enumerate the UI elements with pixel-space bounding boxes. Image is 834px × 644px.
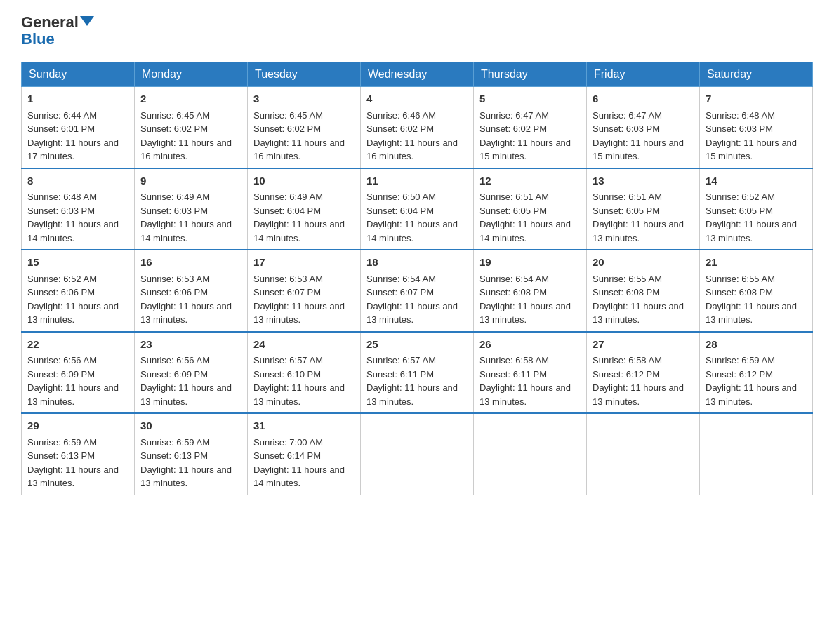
sunset-text: Sunset: 6:08 PM xyxy=(706,287,773,297)
day-number: 14 xyxy=(706,173,807,189)
day-number: 19 xyxy=(479,255,581,271)
calendar-week-row: 29 Sunrise: 6:59 AM Sunset: 6:13 PM Dayl… xyxy=(22,413,813,495)
calendar-cell: 21 Sunrise: 6:55 AM Sunset: 6:08 PM Dayl… xyxy=(700,250,813,332)
sunset-text: Sunset: 6:05 PM xyxy=(593,206,660,216)
day-number: 23 xyxy=(140,337,241,353)
calendar-cell: 16 Sunrise: 6:53 AM Sunset: 6:06 PM Dayl… xyxy=(135,250,248,332)
sunrise-text: Sunrise: 6:53 AM xyxy=(253,274,323,284)
day-number: 8 xyxy=(27,173,128,189)
sunrise-text: Sunrise: 6:56 AM xyxy=(27,355,97,365)
calendar-cell xyxy=(587,413,700,495)
calendar-week-row: 22 Sunrise: 6:56 AM Sunset: 6:09 PM Dayl… xyxy=(22,332,813,414)
column-header-sunday: Sunday xyxy=(22,62,135,87)
daylight-text: Daylight: 11 hours and 13 minutes. xyxy=(27,464,119,489)
sunset-text: Sunset: 6:12 PM xyxy=(593,369,660,380)
day-number: 4 xyxy=(366,91,468,107)
calendar-cell: 5 Sunrise: 6:47 AM Sunset: 6:02 PM Dayli… xyxy=(474,87,587,168)
calendar-cell: 30 Sunrise: 6:59 AM Sunset: 6:13 PM Dayl… xyxy=(135,413,248,495)
daylight-text: Daylight: 11 hours and 13 minutes. xyxy=(140,464,232,489)
sunrise-text: Sunrise: 6:51 AM xyxy=(593,192,662,202)
sunrise-text: Sunrise: 6:48 AM xyxy=(706,110,775,121)
sunset-text: Sunset: 6:03 PM xyxy=(593,123,660,134)
daylight-text: Daylight: 11 hours and 15 minutes. xyxy=(593,137,684,162)
daylight-text: Daylight: 11 hours and 13 minutes. xyxy=(593,219,684,243)
daylight-text: Daylight: 11 hours and 16 minutes. xyxy=(253,137,345,162)
calendar-cell: 13 Sunrise: 6:51 AM Sunset: 6:05 PM Dayl… xyxy=(587,168,700,250)
day-number: 5 xyxy=(479,91,581,107)
day-number: 25 xyxy=(366,337,468,353)
logo: General Blue xyxy=(21,14,94,48)
sunset-text: Sunset: 6:07 PM xyxy=(253,287,321,297)
sunrise-text: Sunrise: 6:59 AM xyxy=(140,437,210,448)
daylight-text: Daylight: 11 hours and 13 minutes. xyxy=(27,301,119,326)
calendar-cell: 7 Sunrise: 6:48 AM Sunset: 6:03 PM Dayli… xyxy=(700,87,813,168)
sunrise-text: Sunrise: 6:55 AM xyxy=(706,274,775,284)
sunset-text: Sunset: 6:05 PM xyxy=(706,206,773,216)
logo-blue: Blue xyxy=(21,30,55,48)
calendar-cell: 29 Sunrise: 6:59 AM Sunset: 6:13 PM Dayl… xyxy=(22,413,135,495)
calendar-cell: 15 Sunrise: 6:52 AM Sunset: 6:06 PM Dayl… xyxy=(22,250,135,332)
sunrise-text: Sunrise: 6:45 AM xyxy=(253,110,323,121)
sunset-text: Sunset: 6:04 PM xyxy=(253,206,321,216)
sunset-text: Sunset: 6:03 PM xyxy=(706,123,773,134)
calendar-cell: 31 Sunrise: 7:00 AM Sunset: 6:14 PM Dayl… xyxy=(248,413,361,495)
calendar-week-row: 15 Sunrise: 6:52 AM Sunset: 6:06 PM Dayl… xyxy=(22,250,813,332)
column-header-friday: Friday xyxy=(587,62,700,87)
sunrise-text: Sunrise: 6:47 AM xyxy=(593,110,662,121)
daylight-text: Daylight: 11 hours and 13 minutes. xyxy=(479,382,571,407)
daylight-text: Daylight: 11 hours and 14 minutes. xyxy=(253,219,345,243)
daylight-text: Daylight: 11 hours and 15 minutes. xyxy=(479,137,571,162)
day-number: 7 xyxy=(706,91,807,107)
calendar-cell: 26 Sunrise: 6:58 AM Sunset: 6:11 PM Dayl… xyxy=(474,332,587,414)
sunrise-text: Sunrise: 6:54 AM xyxy=(479,274,549,284)
calendar-cell: 3 Sunrise: 6:45 AM Sunset: 6:02 PM Dayli… xyxy=(248,87,361,168)
daylight-text: Daylight: 11 hours and 14 minutes. xyxy=(479,219,571,243)
calendar-week-row: 8 Sunrise: 6:48 AM Sunset: 6:03 PM Dayli… xyxy=(22,168,813,250)
calendar-cell: 1 Sunrise: 6:44 AM Sunset: 6:01 PM Dayli… xyxy=(22,87,135,168)
sunrise-text: Sunrise: 6:59 AM xyxy=(706,355,775,365)
daylight-text: Daylight: 11 hours and 13 minutes. xyxy=(366,301,458,326)
calendar-cell: 23 Sunrise: 6:56 AM Sunset: 6:09 PM Dayl… xyxy=(135,332,248,414)
daylight-text: Daylight: 11 hours and 14 minutes. xyxy=(253,464,345,489)
sunset-text: Sunset: 6:12 PM xyxy=(706,369,773,380)
sunset-text: Sunset: 6:09 PM xyxy=(140,369,208,380)
sunset-text: Sunset: 6:02 PM xyxy=(366,123,434,134)
column-header-thursday: Thursday xyxy=(474,62,587,87)
daylight-text: Daylight: 11 hours and 13 minutes. xyxy=(253,301,345,326)
daylight-text: Daylight: 11 hours and 17 minutes. xyxy=(27,137,119,162)
calendar-cell: 18 Sunrise: 6:54 AM Sunset: 6:07 PM Dayl… xyxy=(361,250,474,332)
day-number: 16 xyxy=(140,255,241,271)
calendar-cell: 20 Sunrise: 6:55 AM Sunset: 6:08 PM Dayl… xyxy=(587,250,700,332)
sunrise-text: Sunrise: 6:52 AM xyxy=(706,192,775,202)
sunrise-text: Sunrise: 6:57 AM xyxy=(366,355,436,365)
sunset-text: Sunset: 6:13 PM xyxy=(140,450,208,461)
column-header-monday: Monday xyxy=(135,62,248,87)
sunset-text: Sunset: 6:10 PM xyxy=(253,369,321,380)
sunrise-text: Sunrise: 6:44 AM xyxy=(27,110,97,121)
calendar-cell: 6 Sunrise: 6:47 AM Sunset: 6:03 PM Dayli… xyxy=(587,87,700,168)
sunrise-text: Sunrise: 6:58 AM xyxy=(593,355,662,365)
calendar-cell: 14 Sunrise: 6:52 AM Sunset: 6:05 PM Dayl… xyxy=(700,168,813,250)
day-number: 31 xyxy=(253,418,355,434)
sunset-text: Sunset: 6:02 PM xyxy=(479,123,547,134)
sunset-text: Sunset: 6:06 PM xyxy=(140,287,208,297)
daylight-text: Daylight: 11 hours and 13 minutes. xyxy=(593,301,684,326)
calendar-cell: 8 Sunrise: 6:48 AM Sunset: 6:03 PM Dayli… xyxy=(22,168,135,250)
daylight-text: Daylight: 11 hours and 14 minutes. xyxy=(140,219,232,243)
sunset-text: Sunset: 6:13 PM xyxy=(27,450,95,461)
sunset-text: Sunset: 6:03 PM xyxy=(140,206,208,216)
calendar-cell: 24 Sunrise: 6:57 AM Sunset: 6:10 PM Dayl… xyxy=(248,332,361,414)
column-header-saturday: Saturday xyxy=(700,62,813,87)
sunset-text: Sunset: 6:06 PM xyxy=(27,287,95,297)
day-number: 27 xyxy=(593,337,694,353)
calendar-cell: 27 Sunrise: 6:58 AM Sunset: 6:12 PM Dayl… xyxy=(587,332,700,414)
calendar-header-row: SundayMondayTuesdayWednesdayThursdayFrid… xyxy=(22,62,813,87)
daylight-text: Daylight: 11 hours and 14 minutes. xyxy=(27,219,119,243)
sunset-text: Sunset: 6:11 PM xyxy=(479,369,547,380)
logo-triangle-icon xyxy=(80,16,94,26)
daylight-text: Daylight: 11 hours and 13 minutes. xyxy=(706,382,797,407)
calendar-cell: 4 Sunrise: 6:46 AM Sunset: 6:02 PM Dayli… xyxy=(361,87,474,168)
sunrise-text: Sunrise: 6:47 AM xyxy=(479,110,549,121)
daylight-text: Daylight: 11 hours and 16 minutes. xyxy=(366,137,458,162)
calendar-table: SundayMondayTuesdayWednesdayThursdayFrid… xyxy=(21,62,813,495)
